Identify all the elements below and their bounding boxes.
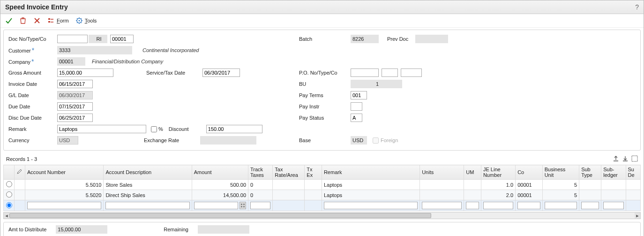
disc-due-date-input[interactable] (57, 114, 93, 122)
cell-track[interactable]: 0 (248, 180, 273, 190)
new-amount-input[interactable] (194, 202, 239, 209)
due-date-input[interactable] (57, 102, 93, 111)
delete-button[interactable] (19, 17, 27, 24)
bu-label: BU (299, 81, 351, 87)
po-type-input[interactable] (382, 69, 398, 77)
col-remark[interactable]: Remark (322, 165, 419, 180)
po-co-input[interactable] (401, 69, 422, 77)
grid-row[interactable]: 5.5010 Store Sales 500.00 0 Laptops 1.0 … (4, 180, 641, 190)
ok-button[interactable] (5, 17, 13, 24)
discount-label: Discount (169, 126, 206, 132)
pay-status-input[interactable] (351, 114, 362, 122)
customer-display: 3333 (57, 46, 132, 54)
detail-grid[interactable]: Account Number Account Description Amoun… (3, 165, 641, 211)
horizontal-scrollbar[interactable]: ◄ ► (3, 212, 641, 219)
pay-terms-label: Pay Terms (299, 92, 351, 98)
new-track-input[interactable] (250, 202, 270, 209)
header-form: Doc No/Type/Co RI Batch 8226 Prev Doc Cu… (3, 30, 641, 151)
svg-rect-2 (48, 18, 50, 20)
col-subledger[interactable]: Sub-ledger (601, 165, 626, 180)
new-um-input[interactable] (466, 202, 479, 209)
new-je-input[interactable] (483, 202, 513, 209)
doc-co-input[interactable] (110, 35, 134, 43)
cell-remark[interactable]: Laptops (322, 180, 419, 190)
new-co-input[interactable] (517, 202, 540, 209)
row-select-radio[interactable] (6, 181, 12, 187)
svg-point-5 (78, 20, 80, 22)
cell-amount[interactable]: 14,500.00 (192, 190, 248, 200)
col-tx-ex[interactable]: TxEx (305, 165, 322, 180)
svg-rect-17 (241, 206, 242, 207)
col-tax-rate[interactable]: TaxRate/Area (273, 165, 305, 180)
svg-line-11 (81, 23, 82, 23)
new-account-input[interactable] (27, 202, 101, 209)
svg-rect-16 (243, 204, 245, 205)
col-co[interactable]: Co (516, 165, 543, 180)
export-icon[interactable] (613, 155, 619, 163)
page-title: Speed Invoice Entry (5, 3, 68, 11)
cell-track[interactable]: 0 (248, 190, 273, 200)
pay-terms-input[interactable] (351, 91, 367, 99)
pay-instr-input[interactable] (351, 102, 362, 111)
new-subledger-input[interactable] (603, 202, 623, 209)
cell-account[interactable]: 5.5010 (25, 180, 104, 190)
new-bu-input[interactable] (545, 202, 577, 209)
cell-co[interactable]: 00001 (516, 190, 543, 200)
grid-row-new[interactable] (4, 200, 641, 211)
col-um[interactable]: UM (464, 165, 481, 180)
maximize-grid-icon[interactable] (631, 155, 638, 163)
currency-input[interactable] (57, 136, 78, 145)
import-icon[interactable] (622, 155, 629, 163)
form-menu[interactable]: Form (47, 17, 69, 24)
grid-row[interactable]: 5.5020 Direct Ship Sales 14,500.00 0 Lap… (4, 190, 641, 200)
remark-input[interactable] (57, 125, 146, 133)
visual-assist-icon[interactable] (240, 202, 246, 209)
service-tax-date-input[interactable] (202, 69, 240, 77)
cancel-button[interactable] (33, 17, 41, 24)
po-no-label: P.O. No/Type/Co (299, 70, 351, 76)
cell-bu[interactable]: 5 (542, 190, 579, 200)
svg-rect-3 (48, 21, 50, 23)
col-track-taxes[interactable]: TrackTaxes (248, 165, 273, 180)
col-account-number[interactable]: Account Number (25, 165, 104, 180)
cell-account[interactable]: 5.5020 (25, 190, 104, 200)
scroll-thumb[interactable] (9, 213, 431, 218)
gross-amount-input[interactable] (57, 69, 113, 77)
new-desc-input[interactable] (105, 202, 189, 209)
new-units-input[interactable] (422, 202, 462, 209)
exchange-rate-display (200, 136, 256, 145)
col-radio[interactable] (4, 165, 15, 180)
cell-je[interactable]: 2.0 (481, 190, 515, 200)
new-subtype-input[interactable] (581, 202, 599, 209)
col-edit[interactable] (15, 165, 25, 180)
row-select-radio[interactable] (6, 191, 12, 198)
col-bu[interactable]: BusinessUnit (542, 165, 579, 180)
col-amount[interactable]: Amount (192, 165, 248, 180)
percent-checkbox[interactable] (151, 126, 157, 132)
foreign-checkbox (373, 137, 379, 144)
cell-remark[interactable]: Laptops (322, 190, 419, 200)
invoice-date-input[interactable] (57, 80, 93, 88)
col-sude[interactable]: SuDe (626, 165, 641, 180)
row-select-radio[interactable] (6, 202, 12, 208)
po-no-input[interactable] (351, 69, 379, 77)
tools-menu[interactable]: Tools (75, 17, 97, 24)
cell-bu[interactable]: 5 (542, 180, 579, 190)
col-units[interactable]: Units (420, 165, 464, 180)
col-je-line[interactable]: JE LineNumber (481, 165, 515, 180)
cell-desc[interactable]: Direct Ship Sales (104, 190, 192, 200)
cell-amount[interactable]: 500.00 (192, 180, 248, 190)
scroll-right-icon[interactable]: ► (635, 213, 640, 219)
discount-input[interactable] (206, 125, 262, 133)
customer-name-display: Continental Incorporated (142, 47, 199, 53)
scroll-left-icon[interactable]: ◄ (4, 213, 9, 219)
new-remark-input[interactable] (324, 202, 418, 209)
help-icon[interactable]: ? (635, 3, 639, 11)
cell-co[interactable]: 00001 (516, 180, 543, 190)
col-sub-type[interactable]: SubType (579, 165, 601, 180)
col-account-desc[interactable]: Account Description (104, 165, 192, 180)
doc-no-input[interactable] (57, 35, 88, 43)
cell-desc[interactable]: Store Sales (104, 180, 192, 190)
cell-je[interactable]: 1.0 (481, 180, 515, 190)
gl-date-input[interactable] (57, 91, 93, 99)
